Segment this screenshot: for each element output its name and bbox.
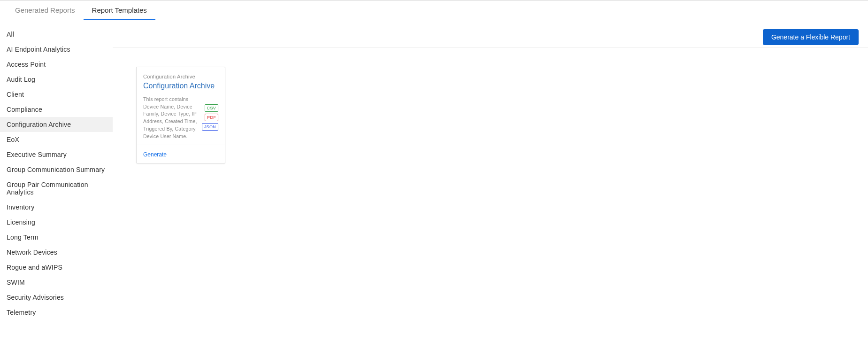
sidebar-item-ai-endpoint-analytics[interactable]: AI Endpoint Analytics <box>0 42 113 57</box>
badge-json: JSON <box>202 123 218 131</box>
sidebar-item-licensing[interactable]: Licensing <box>0 215 113 230</box>
sidebar-item-long-term[interactable]: Long Term <box>0 230 113 245</box>
generate-link[interactable]: Generate <box>143 151 167 158</box>
card-title[interactable]: Configuration Archive <box>143 81 218 91</box>
badge-pdf: PDF <box>205 114 218 121</box>
sidebar-item-swim[interactable]: SWIM <box>0 275 113 290</box>
tab-report-templates[interactable]: Report Templates <box>84 0 155 20</box>
sidebar-item-compliance[interactable]: Compliance <box>0 102 113 117</box>
template-cards-area: Configuration Archive Configuration Arch… <box>113 48 868 182</box>
sidebar-item-network-devices[interactable]: Network Devices <box>0 245 113 260</box>
sidebar-item-executive-summary[interactable]: Executive Summary <box>0 147 113 162</box>
template-card-configuration-archive: Configuration Archive Configuration Arch… <box>136 67 225 163</box>
sidebar: All AI Endpoint Analytics Access Point A… <box>0 20 113 320</box>
sidebar-item-all[interactable]: All <box>0 27 113 42</box>
sidebar-item-inventory[interactable]: Inventory <box>0 200 113 215</box>
sidebar-item-access-point[interactable]: Access Point <box>0 57 113 72</box>
sidebar-item-configuration-archive[interactable]: Configuration Archive <box>0 117 113 132</box>
badge-csv: CSV <box>205 104 218 112</box>
generate-flexible-report-button[interactable]: Generate a Flexible Report <box>763 29 859 45</box>
card-description: This report contains Device Name, Device… <box>143 96 198 140</box>
sidebar-item-security-advisories[interactable]: Security Advisories <box>0 290 113 305</box>
sidebar-item-group-pair-communication-analytics[interactable]: Group Pair Communication Analytics <box>0 177 113 200</box>
sidebar-item-telemetry[interactable]: Telemetry <box>0 305 113 320</box>
tab-generated-reports[interactable]: Generated Reports <box>7 0 84 20</box>
sidebar-item-client[interactable]: Client <box>0 87 113 102</box>
sidebar-item-eox[interactable]: EoX <box>0 132 113 147</box>
sidebar-item-rogue-and-awips[interactable]: Rogue and aWIPS <box>0 260 113 275</box>
sidebar-item-group-communication-summary[interactable]: Group Communication Summary <box>0 162 113 177</box>
format-badges: CSV PDF JSON <box>202 96 218 131</box>
sidebar-item-audit-log[interactable]: Audit Log <box>0 72 113 87</box>
card-category: Configuration Archive <box>143 74 218 79</box>
tabs-bar: Generated Reports Report Templates <box>0 0 868 20</box>
main-panel: Generate a Flexible Report Configuration… <box>113 20 868 320</box>
